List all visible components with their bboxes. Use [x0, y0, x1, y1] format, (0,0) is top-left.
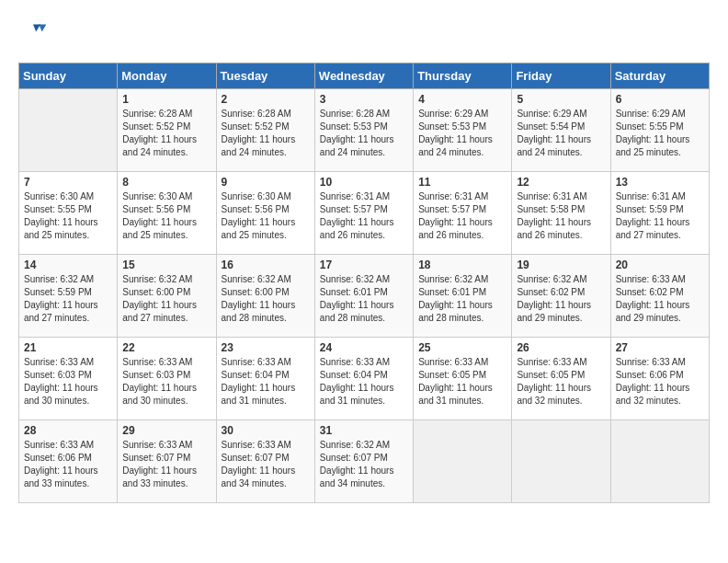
day-number: 10	[320, 176, 408, 189]
week-row-2: 7Sunrise: 6:30 AM Sunset: 5:55 PM Daylig…	[19, 172, 710, 255]
day-cell: 12Sunrise: 6:31 AM Sunset: 5:58 PM Dayli…	[512, 172, 610, 255]
week-row-5: 28Sunrise: 6:33 AM Sunset: 6:06 PM Dayli…	[19, 420, 710, 503]
day-number: 19	[517, 259, 605, 271]
day-info: Sunrise: 6:33 AM Sunset: 6:06 PM Dayligh…	[24, 439, 112, 490]
day-cell: 2Sunrise: 6:28 AM Sunset: 5:52 PM Daylig…	[216, 89, 314, 172]
day-cell: 24Sunrise: 6:33 AM Sunset: 6:04 PM Dayli…	[314, 338, 413, 420]
day-number: 27	[616, 341, 704, 354]
svg-marker-1	[33, 24, 40, 31]
day-number: 23	[222, 341, 310, 354]
day-info: Sunrise: 6:29 AM Sunset: 5:54 PM Dayligh…	[517, 108, 605, 159]
day-cell	[414, 420, 512, 503]
day-cell: 3Sunrise: 6:28 AM Sunset: 5:53 PM Daylig…	[314, 89, 413, 172]
day-number: 20	[616, 259, 704, 271]
day-cell: 6Sunrise: 6:29 AM Sunset: 5:55 PM Daylig…	[610, 89, 709, 172]
day-info: Sunrise: 6:33 AM Sunset: 6:05 PM Dayligh…	[517, 356, 605, 408]
day-info: Sunrise: 6:32 AM Sunset: 6:01 PM Dayligh…	[320, 273, 408, 325]
day-cell: 10Sunrise: 6:31 AM Sunset: 5:57 PM Dayli…	[314, 172, 413, 255]
day-number: 26	[517, 341, 605, 354]
day-info: Sunrise: 6:32 AM Sunset: 6:02 PM Dayligh…	[517, 273, 605, 325]
day-cell: 7Sunrise: 6:30 AM Sunset: 5:55 PM Daylig…	[19, 172, 118, 255]
day-number: 28	[24, 424, 112, 437]
week-row-1: 1Sunrise: 6:28 AM Sunset: 5:52 PM Daylig…	[19, 89, 710, 172]
day-cell: 23Sunrise: 6:33 AM Sunset: 6:04 PM Dayli…	[216, 338, 314, 420]
day-info: Sunrise: 6:33 AM Sunset: 6:03 PM Dayligh…	[24, 356, 112, 408]
day-cell: 21Sunrise: 6:33 AM Sunset: 6:03 PM Dayli…	[19, 338, 118, 420]
header-row: SundayMondayTuesdayWednesdayThursdayFrid…	[19, 63, 710, 89]
day-number: 8	[122, 176, 210, 189]
day-cell: 25Sunrise: 6:33 AM Sunset: 6:05 PM Dayli…	[414, 338, 512, 420]
day-cell: 16Sunrise: 6:32 AM Sunset: 6:00 PM Dayli…	[216, 255, 314, 338]
day-cell: 22Sunrise: 6:33 AM Sunset: 6:03 PM Dayli…	[118, 338, 216, 420]
day-info: Sunrise: 6:32 AM Sunset: 6:07 PM Dayligh…	[320, 439, 408, 490]
day-info: Sunrise: 6:30 AM Sunset: 5:56 PM Dayligh…	[222, 190, 310, 242]
day-cell: 31Sunrise: 6:32 AM Sunset: 6:07 PM Dayli…	[314, 420, 413, 503]
day-info: Sunrise: 6:32 AM Sunset: 6:01 PM Dayligh…	[418, 273, 506, 325]
day-cell: 20Sunrise: 6:33 AM Sunset: 6:02 PM Dayli…	[610, 255, 709, 338]
day-number: 12	[517, 176, 605, 189]
day-number: 22	[122, 341, 210, 354]
header-cell-wednesday: Wednesday	[314, 63, 413, 89]
day-number: 13	[616, 176, 704, 189]
day-cell: 29Sunrise: 6:33 AM Sunset: 6:07 PM Dayli…	[118, 420, 216, 503]
day-number: 7	[24, 176, 112, 189]
day-info: Sunrise: 6:33 AM Sunset: 6:06 PM Dayligh…	[616, 356, 704, 408]
day-number: 16	[222, 259, 310, 271]
day-info: Sunrise: 6:29 AM Sunset: 5:53 PM Dayligh…	[418, 108, 506, 159]
day-info: Sunrise: 6:31 AM Sunset: 5:59 PM Dayligh…	[616, 190, 704, 242]
day-info: Sunrise: 6:28 AM Sunset: 5:52 PM Dayligh…	[122, 108, 210, 159]
day-info: Sunrise: 6:31 AM Sunset: 5:58 PM Dayligh…	[517, 190, 605, 242]
header-cell-monday: Monday	[118, 63, 216, 89]
day-cell: 11Sunrise: 6:31 AM Sunset: 5:57 PM Dayli…	[414, 172, 512, 255]
day-info: Sunrise: 6:33 AM Sunset: 6:04 PM Dayligh…	[222, 356, 310, 408]
day-info: Sunrise: 6:33 AM Sunset: 6:02 PM Dayligh…	[616, 273, 704, 325]
day-cell: 26Sunrise: 6:33 AM Sunset: 6:05 PM Dayli…	[512, 338, 610, 420]
day-cell: 17Sunrise: 6:32 AM Sunset: 6:01 PM Dayli…	[314, 255, 413, 338]
day-info: Sunrise: 6:31 AM Sunset: 5:57 PM Dayligh…	[320, 190, 408, 242]
day-number: 11	[418, 176, 506, 189]
day-number: 24	[320, 341, 408, 354]
header-cell-thursday: Thursday	[414, 63, 512, 89]
day-number: 21	[24, 341, 112, 354]
page-header	[18, 18, 710, 48]
day-info: Sunrise: 6:29 AM Sunset: 5:55 PM Dayligh…	[616, 108, 704, 159]
day-cell: 4Sunrise: 6:29 AM Sunset: 5:53 PM Daylig…	[414, 89, 512, 172]
header-cell-sunday: Sunday	[19, 63, 118, 89]
day-info: Sunrise: 6:33 AM Sunset: 6:07 PM Dayligh…	[122, 439, 210, 490]
day-number: 25	[418, 341, 506, 354]
day-number: 1	[122, 93, 210, 106]
day-number: 17	[320, 259, 408, 271]
day-info: Sunrise: 6:31 AM Sunset: 5:57 PM Dayligh…	[418, 190, 506, 242]
day-number: 4	[418, 93, 506, 106]
day-info: Sunrise: 6:33 AM Sunset: 6:05 PM Dayligh…	[418, 356, 506, 408]
header-cell-tuesday: Tuesday	[216, 63, 314, 89]
day-number: 2	[222, 93, 310, 106]
day-info: Sunrise: 6:28 AM Sunset: 5:52 PM Dayligh…	[222, 108, 310, 159]
day-cell: 1Sunrise: 6:28 AM Sunset: 5:52 PM Daylig…	[118, 89, 216, 172]
day-cell	[610, 420, 709, 503]
header-cell-friday: Friday	[512, 63, 610, 89]
day-number: 3	[320, 93, 408, 106]
day-number: 29	[122, 424, 210, 437]
day-cell: 28Sunrise: 6:33 AM Sunset: 6:06 PM Dayli…	[19, 420, 118, 503]
day-cell	[512, 420, 610, 503]
day-cell: 8Sunrise: 6:30 AM Sunset: 5:56 PM Daylig…	[118, 172, 216, 255]
day-info: Sunrise: 6:28 AM Sunset: 5:53 PM Dayligh…	[320, 108, 408, 159]
day-number: 6	[616, 93, 704, 106]
day-number: 5	[517, 93, 605, 106]
day-cell: 15Sunrise: 6:32 AM Sunset: 6:00 PM Dayli…	[118, 255, 216, 338]
day-cell: 30Sunrise: 6:33 AM Sunset: 6:07 PM Dayli…	[216, 420, 314, 503]
day-cell	[19, 89, 118, 172]
day-cell: 13Sunrise: 6:31 AM Sunset: 5:59 PM Dayli…	[610, 172, 709, 255]
day-cell: 14Sunrise: 6:32 AM Sunset: 5:59 PM Dayli…	[19, 255, 118, 338]
week-row-3: 14Sunrise: 6:32 AM Sunset: 5:59 PM Dayli…	[19, 255, 710, 338]
day-info: Sunrise: 6:33 AM Sunset: 6:03 PM Dayligh…	[122, 356, 210, 408]
day-number: 18	[418, 259, 506, 271]
day-cell: 27Sunrise: 6:33 AM Sunset: 6:06 PM Dayli…	[610, 338, 709, 420]
day-info: Sunrise: 6:30 AM Sunset: 5:56 PM Dayligh…	[122, 190, 210, 242]
day-info: Sunrise: 6:32 AM Sunset: 6:00 PM Dayligh…	[122, 273, 210, 325]
svg-marker-0	[39, 24, 46, 31]
day-info: Sunrise: 6:30 AM Sunset: 5:55 PM Dayligh…	[24, 190, 112, 242]
day-info: Sunrise: 6:33 AM Sunset: 6:07 PM Dayligh…	[222, 439, 310, 490]
day-cell: 19Sunrise: 6:32 AM Sunset: 6:02 PM Dayli…	[512, 255, 610, 338]
